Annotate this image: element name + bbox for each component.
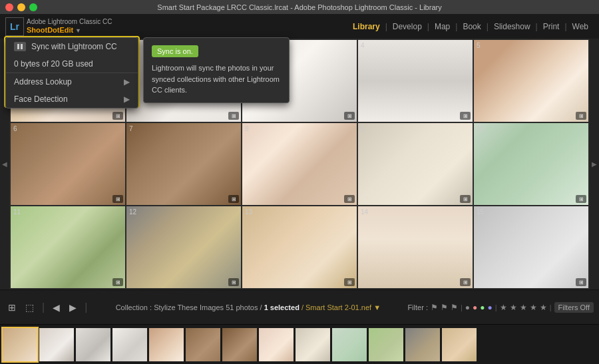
photo-cell-15[interactable]: 15 ⊞ [474,206,588,288]
minimize-button[interactable] [17,3,25,11]
collection-name: Collection : Stylize These Images [116,303,224,311]
fullscreen-button[interactable] [29,3,37,11]
traffic-lights [5,3,37,11]
module-library[interactable]: Library [347,19,385,34]
photo-overlay-13: ⊞ [344,278,355,286]
filename-dropdown[interactable]: ▼ [373,303,381,311]
filter-star-4[interactable]: ★ [530,303,537,312]
module-book[interactable]: Book [457,19,486,34]
top-nav-bar: Lr Adobe Lightroom Classic CC ShootDotEd… [0,15,599,39]
address-lookup-label: Address Lookup [14,77,72,87]
filmstrip-thumb-1[interactable] [3,328,37,361]
photo-num-7: 7 [129,125,133,132]
filmstrip-thumb-2[interactable] [39,328,74,361]
photo-num-15: 15 [477,208,484,216]
photo-overlay-11: ⊞ [112,278,123,286]
app-brand[interactable]: ShootDotEdit ▼ [27,26,112,35]
lr-logo-text: Lr [10,21,19,32]
storage-label: 0 bytes of 20 GB used [14,59,93,69]
filmstrip-thumb-12[interactable] [405,328,440,361]
filters-off-button[interactable]: Filters Off [554,302,594,313]
filter-divider2: | [495,303,497,311]
filmstrip-thumb-5[interactable] [149,328,184,361]
module-nav: Library | Develop | Map | Book | Slidesh… [347,19,594,34]
face-detection-item[interactable]: Face Detection ▶ [6,91,138,108]
photo-overlay-3: ⊞ [344,112,355,120]
photo-cell-4[interactable]: 4 ⊞ [358,40,473,122]
address-lookup-item[interactable]: Address Lookup ▶ [6,73,138,91]
sync-tooltip: Sync is on. Lightroom will sync the phot… [143,37,290,103]
storage-item: 0 bytes of 20 GB used [6,55,138,73]
photo-num-5: 5 [477,42,481,49]
photo-cell-12[interactable]: 12 ⊞ [126,206,241,288]
photo-overlay-12: ⊞ [228,278,239,286]
module-web[interactable]: Web [567,19,594,34]
photo-cell-8[interactable]: 8 ⊞ [242,123,357,205]
filter-star-1[interactable]: ★ [500,303,507,312]
filmstrip [0,324,599,364]
filter-flag-3[interactable]: ⚑ [451,303,458,312]
filter-color-4[interactable]: ● [488,303,493,312]
photo-num-12: 12 [129,208,136,216]
sync-lightroom-item[interactable]: Sync with Lightroom CC [6,38,138,55]
filmstrip-thumb-8[interactable] [259,328,294,361]
photo-overlay-2: ⊞ [228,112,239,120]
app-name-line1: Adobe Lightroom Classic CC [27,18,112,26]
filename: / Smart Start 2-01.nef [301,303,371,311]
brand-name: ShootDotEdit [27,26,73,34]
filter-star-5[interactable]: ★ [540,303,547,312]
close-button[interactable] [5,3,13,11]
photo-overlay-5: ⊞ [576,112,586,120]
photo-overlay-14: ⊞ [460,278,471,286]
app-name[interactable]: Adobe Lightroom Classic CC ShootDotEdit … [27,18,112,35]
nav-fwd-btn[interactable]: ▶ [67,301,79,314]
pause-button[interactable] [14,42,26,51]
sync-description: Lightroom will sync the photos in your s… [152,63,281,96]
view-loupe-btn[interactable]: ⬚ [23,301,37,314]
filmstrip-thumb-13[interactable] [442,328,477,361]
filmstrip-thumb-3[interactable] [76,328,110,361]
photo-cell-13[interactable]: 13 ⊞ [242,206,357,288]
photo-overlay-9: ⊞ [460,195,471,203]
filmstrip-thumb-11[interactable] [369,328,403,361]
photo-overlay-1: ⊞ [112,112,123,120]
selected-count: 1 selected [264,303,300,311]
right-panel-toggle[interactable]: ▶ [590,39,599,289]
filmstrip-thumb-7[interactable] [222,328,257,361]
photo-num-13: 13 [245,208,252,216]
filter-color-3[interactable]: ● [480,303,485,312]
filter-star-3[interactable]: ★ [520,303,527,312]
module-slideshow[interactable]: Slideshow [489,19,536,34]
filter-section: Filter : ⚑ ⚑ ⚑ | ● ● ● ● | ★ ★ ★ ★ ★ | F… [407,302,594,313]
photo-cell-14[interactable]: 14 ⊞ [358,206,473,288]
filmstrip-thumb-6[interactable] [186,328,220,361]
module-develop[interactable]: Develop [387,19,427,34]
filter-divider: | [461,303,463,311]
filter-flag-2[interactable]: ⚑ [441,303,448,312]
filmstrip-thumb-10[interactable] [332,328,367,361]
lr-logo: Lr [5,17,24,36]
photo-num-8: 8 [245,125,249,132]
photo-overlay-4: ⊞ [460,112,471,120]
filter-star-2[interactable]: ★ [510,303,517,312]
photo-cell-10[interactable]: 10 ⊞ [474,123,588,205]
photo-num-4: 4 [361,42,365,49]
filmstrip-thumb-9[interactable] [296,328,330,361]
nav-back-btn[interactable]: ◀ [50,301,63,314]
photo-cell-5[interactable]: 5 ⊞ [474,40,588,122]
filter-color-2[interactable]: ● [473,303,477,312]
view-grid-btn[interactable]: ⊞ [5,301,19,314]
filter-color-1[interactable]: ● [465,303,470,312]
module-map[interactable]: Map [429,19,455,34]
left-panel-arrow: ◀ [2,160,7,168]
photo-overlay-7: ⊞ [228,195,239,203]
photo-cell-6[interactable]: 6 ⊞ [11,123,125,205]
photo-cell-7[interactable]: 7 ⊞ [126,123,241,205]
filmstrip-thumb-4[interactable] [112,328,147,361]
filter-flag-1[interactable]: ⚑ [431,303,438,312]
module-print[interactable]: Print [538,19,565,34]
photo-cell-9[interactable]: 9 ⊞ [358,123,473,205]
photo-cell-11[interactable]: 11 ⊞ [11,206,125,288]
photo-overlay-8: ⊞ [344,195,355,203]
address-lookup-arrow: ▶ [124,77,130,87]
